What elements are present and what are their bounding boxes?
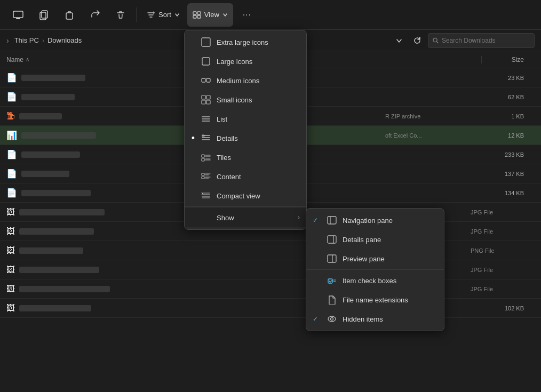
file-icon: 🖼 bbox=[6, 227, 15, 236]
small-icons-icon bbox=[201, 94, 211, 105]
svg-rect-5 bbox=[193, 12, 196, 14]
large-icons-icon bbox=[201, 56, 211, 67]
file-name-extensions-label: File name extensions bbox=[343, 296, 408, 304]
svg-rect-12 bbox=[202, 78, 205, 82]
content-icon bbox=[201, 171, 211, 182]
sort-label: Sort bbox=[158, 11, 171, 19]
medium-icons-label: Medium icons bbox=[217, 77, 259, 85]
file-icon: 🖼 bbox=[6, 284, 15, 294]
blurred-filename bbox=[19, 286, 110, 292]
blurred-filename bbox=[21, 132, 96, 139]
details-icon bbox=[201, 133, 211, 143]
file-size-cell: 1 KB bbox=[481, 113, 535, 119]
file-icon: 🗜 bbox=[6, 111, 15, 121]
file-type-cell: R ZIP archive bbox=[385, 113, 481, 119]
tiles-label: Tiles bbox=[217, 154, 231, 162]
file-name-cell: 🖼 bbox=[6, 303, 321, 313]
blurred-filename bbox=[19, 305, 91, 311]
file-type-cell: oft Excel Co... bbox=[385, 132, 481, 139]
menu-item-large-icons[interactable]: Large icons bbox=[185, 52, 306, 71]
svg-rect-14 bbox=[202, 95, 205, 99]
menu-item-small-icons[interactable]: Small icons bbox=[185, 90, 306, 109]
more-button[interactable]: ··· bbox=[235, 3, 259, 27]
file-name-extensions-icon bbox=[327, 294, 337, 305]
show-icon bbox=[201, 212, 211, 223]
svg-point-28 bbox=[331, 318, 333, 321]
submenu-item-preview-pane[interactable]: Preview pane bbox=[306, 249, 444, 268]
toolbar-paste-btn[interactable] bbox=[58, 3, 81, 27]
submenu-arrow-icon: › bbox=[298, 214, 300, 221]
submenu-item-details-pane[interactable]: Details pane bbox=[306, 230, 444, 249]
size-col-label: Size bbox=[512, 56, 524, 63]
search-box[interactable] bbox=[428, 33, 535, 48]
svg-rect-24 bbox=[328, 236, 336, 243]
check-icon: ✓ bbox=[313, 217, 321, 224]
file-size-cell: 134 KB bbox=[481, 190, 535, 196]
file-size-cell: 62 KB bbox=[481, 94, 535, 100]
submenu-item-navigation-pane[interactable]: ✓ Navigation pane bbox=[306, 211, 444, 230]
file-icon: 📄 bbox=[6, 92, 17, 102]
details-pane-icon bbox=[327, 234, 337, 245]
file-icon: 🖼 bbox=[6, 207, 15, 217]
breadcrumb-refresh-btn[interactable] bbox=[410, 33, 425, 48]
menu-item-compact-view[interactable]: Compact view bbox=[185, 186, 306, 205]
file-icon: 📄 bbox=[6, 149, 17, 159]
menu-item-tiles[interactable]: Tiles bbox=[185, 148, 306, 167]
svg-rect-19 bbox=[202, 155, 204, 157]
file-icon: 📄 bbox=[6, 188, 17, 198]
preview-pane-icon bbox=[327, 253, 337, 264]
medium-icons-icon bbox=[201, 75, 211, 86]
toolbar-copy-btn[interactable] bbox=[32, 3, 55, 27]
svg-rect-25 bbox=[328, 255, 336, 262]
view-button[interactable]: View bbox=[187, 3, 233, 27]
menu-item-medium-icons[interactable]: Medium icons bbox=[185, 71, 306, 90]
svg-rect-6 bbox=[197, 12, 201, 14]
table-row[interactable]: 🖼 4/3/2023 8:41 AM JPG File 102 KB bbox=[0, 299, 541, 318]
menu-item-content[interactable]: Content bbox=[185, 167, 306, 186]
large-icons-label: Large icons bbox=[217, 58, 252, 66]
submenu-item-hidden-items[interactable]: ✓ Hidden items bbox=[306, 309, 444, 329]
menu-item-list[interactable]: List bbox=[185, 109, 306, 129]
table-row[interactable]: 🖼 4/3/2023 1:14 AM PNG File bbox=[0, 241, 541, 260]
preview-pane-label: Preview pane bbox=[343, 255, 385, 263]
breadcrumb-sep1: › bbox=[42, 37, 44, 44]
svg-rect-21 bbox=[202, 173, 204, 175]
svg-rect-2 bbox=[42, 11, 47, 18]
blurred-filename bbox=[21, 94, 75, 100]
menu-item-details[interactable]: • Details bbox=[185, 129, 306, 148]
toolbar-device-btn[interactable] bbox=[6, 3, 30, 27]
sort-button[interactable]: Sort bbox=[141, 3, 185, 27]
show-submenu: ✓ Navigation pane Details pane Preview p… bbox=[306, 208, 444, 331]
submenu-item-file-name-extensions[interactable]: File name extensions bbox=[306, 290, 444, 309]
svg-rect-16 bbox=[202, 100, 205, 104]
search-input[interactable] bbox=[442, 37, 530, 44]
menu-item-show[interactable]: Show › bbox=[185, 208, 306, 227]
sort-arrow-icon: ∧ bbox=[26, 57, 29, 62]
breadcrumb-this-pc[interactable]: This PC bbox=[14, 36, 39, 44]
svg-rect-23 bbox=[328, 217, 336, 224]
file-icon: 📊 bbox=[6, 130, 17, 140]
file-size-cell: 12 KB bbox=[481, 132, 535, 139]
list-icon bbox=[201, 114, 211, 124]
blurred-filename bbox=[21, 190, 91, 196]
file-icon: 🖼 bbox=[6, 303, 15, 313]
table-row[interactable]: 🖼 4/6/2023 2:55 AM JPG File bbox=[0, 260, 541, 279]
menu-item-extra-large-icons[interactable]: Extra large icons bbox=[185, 33, 306, 52]
toolbar-share-btn[interactable] bbox=[83, 3, 107, 27]
file-size-cell: 233 KB bbox=[481, 151, 535, 158]
svg-rect-13 bbox=[206, 78, 210, 82]
tiles-icon bbox=[201, 152, 211, 163]
file-type-cell: JPG File bbox=[471, 228, 535, 235]
svg-rect-4 bbox=[66, 13, 73, 19]
submenu-separator bbox=[306, 269, 444, 270]
blurred-filename bbox=[19, 113, 62, 119]
table-row[interactable]: 🖼 4/3/2023 8:37 PM JPG File bbox=[0, 279, 541, 299]
col-size-header[interactable]: Size bbox=[481, 56, 535, 63]
submenu-item-item-check-boxes[interactable]: Item check boxes bbox=[306, 271, 444, 290]
breadcrumb-downloads[interactable]: Downloads bbox=[47, 36, 82, 44]
more-icon: ··· bbox=[243, 10, 251, 20]
toolbar-delete-btn[interactable] bbox=[109, 3, 132, 27]
breadcrumb-dropdown-btn[interactable] bbox=[392, 33, 407, 48]
svg-rect-17 bbox=[206, 100, 210, 104]
svg-rect-20 bbox=[202, 158, 204, 161]
